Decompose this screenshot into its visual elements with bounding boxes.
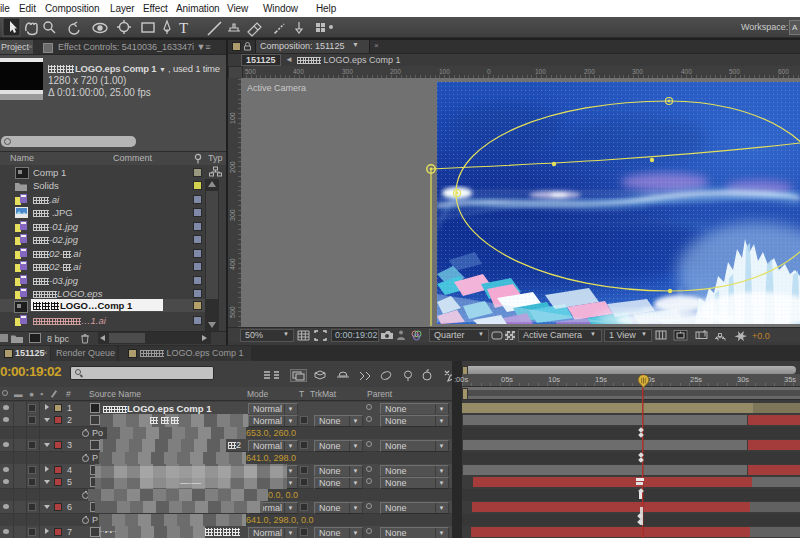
svg-text:T: T xyxy=(179,20,188,36)
svg-text:+0.0: +0.0 xyxy=(752,331,770,341)
